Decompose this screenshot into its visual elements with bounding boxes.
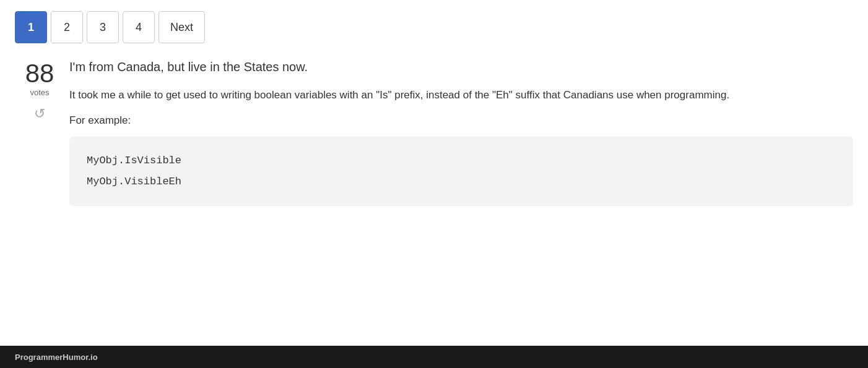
vote-label: votes [30, 88, 49, 97]
main-content: 1 2 3 4 Next 88 votes ↺ I'm from Canada,… [0, 0, 868, 346]
post-area: 88 votes ↺ I'm from Canada, but live in … [15, 58, 853, 208]
post-description: It took me a while to get used to writin… [69, 87, 853, 103]
page-btn-4[interactable]: 4 [123, 11, 155, 43]
history-icon[interactable]: ↺ [34, 106, 45, 122]
footer-brand: ProgrammerHumor.io [15, 353, 98, 362]
page-btn-3[interactable]: 3 [87, 11, 119, 43]
code-line-2: MyObj.VisibleEh [87, 171, 836, 192]
vote-section: 88 votes ↺ [15, 58, 64, 208]
code-line-1: MyObj.IsVisible [87, 150, 836, 171]
footer: ProgrammerHumor.io [0, 346, 868, 368]
code-block: MyObj.IsVisible MyObj.VisibleEh [69, 137, 853, 206]
post-example-label: For example: [69, 114, 853, 127]
post-body: I'm from Canada, but live in the States … [64, 58, 853, 208]
vote-count: 88 [25, 61, 54, 87]
page-btn-2[interactable]: 2 [51, 11, 83, 43]
next-button[interactable]: Next [158, 11, 205, 43]
post-title: I'm from Canada, but live in the States … [69, 58, 853, 75]
pagination: 1 2 3 4 Next [15, 11, 853, 43]
page-btn-1[interactable]: 1 [15, 11, 47, 43]
